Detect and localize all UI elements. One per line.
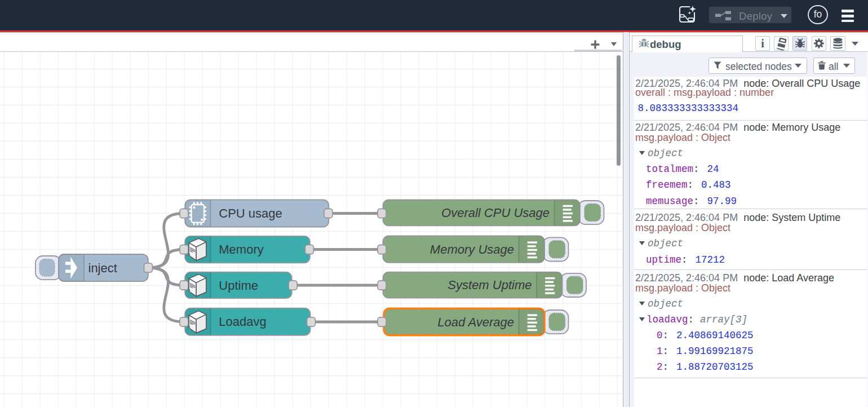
svg-text:Loadavg: Loadavg	[219, 315, 266, 329]
svg-text:Memory: Memory	[219, 242, 263, 256]
svg-text:Memory Usage: Memory Usage	[430, 242, 514, 256]
svg-text:inject: inject	[88, 261, 117, 275]
svg-text:Load Average: Load Average	[437, 315, 514, 329]
svg-text:Overall CPU Usage: Overall CPU Usage	[441, 206, 550, 220]
svg-text:CPU usage: CPU usage	[219, 206, 282, 220]
svg-text:Uptime: Uptime	[219, 278, 258, 293]
svg-text:System Uptime: System Uptime	[448, 278, 532, 292]
